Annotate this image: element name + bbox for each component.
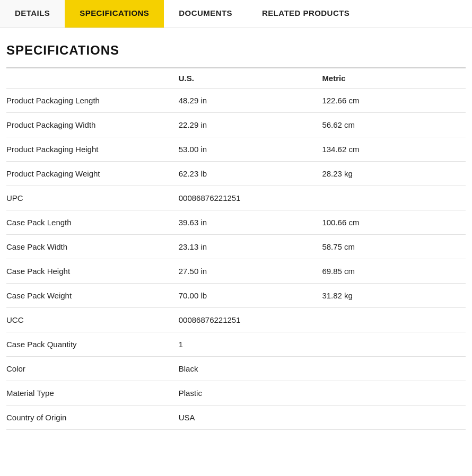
spec-us-value: 48.29 in [179, 89, 322, 113]
spec-label: Product Packaging Height [6, 137, 179, 162]
spec-us-value: 23.13 in [179, 235, 322, 259]
spec-us-value: 22.29 in [179, 113, 322, 137]
spec-us-value: Plastic [179, 381, 322, 406]
spec-label: Country of Origin [6, 406, 179, 430]
spec-metric-value: 31.82 kg [322, 284, 466, 308]
table-row: Product Packaging Width22.29 in56.62 cm [6, 113, 466, 137]
spec-metric-value: 56.62 cm [322, 113, 466, 137]
tab-details[interactable]: DETAILS [0, 0, 65, 28]
table-row: Case Pack Length39.63 in100.66 cm [6, 210, 466, 235]
spec-metric-value [322, 332, 466, 357]
spec-us-value: 00086876221251 [179, 186, 322, 210]
spec-label: Material Type [6, 381, 179, 406]
table-row: UCC00086876221251 [6, 308, 466, 332]
table-row: Case Pack Height27.50 in69.85 cm [6, 259, 466, 284]
tab-documents[interactable]: DOCUMENTS [164, 0, 247, 28]
col-header-us: U.S. [179, 68, 322, 89]
table-row: Country of OriginUSA [6, 406, 466, 430]
spec-metric-value [322, 308, 466, 332]
spec-label: Product Packaging Weight [6, 162, 179, 186]
table-row: Product Packaging Height53.00 in134.62 c… [6, 137, 466, 162]
spec-metric-value: 122.66 cm [322, 89, 466, 113]
spec-us-value: 39.63 in [179, 210, 322, 235]
table-row: Product Packaging Length48.29 in122.66 c… [6, 89, 466, 113]
spec-metric-value: 100.66 cm [322, 210, 466, 235]
spec-us-value: 70.00 lb [179, 284, 322, 308]
spec-metric-value [322, 357, 466, 381]
spec-label: Case Pack Weight [6, 284, 179, 308]
table-row: Case Pack Weight70.00 lb31.82 kg [6, 284, 466, 308]
table-row: Case Pack Quantity1 [6, 332, 466, 357]
spec-label: Case Pack Height [6, 259, 179, 284]
tab-specifications[interactable]: SPECIFICATIONS [65, 0, 164, 28]
tab-related-products[interactable]: RELATED PRODUCTS [247, 0, 364, 28]
table-row: Case Pack Width23.13 in58.75 cm [6, 235, 466, 259]
spec-label: Product Packaging Length [6, 89, 179, 113]
spec-metric-value: 28.23 kg [322, 162, 466, 186]
spec-metric-value [322, 406, 466, 430]
spec-label: Case Pack Quantity [6, 332, 179, 357]
spec-us-value: 53.00 in [179, 137, 322, 162]
table-row: UPC00086876221251 [6, 186, 466, 210]
page-content: SPECIFICATIONS U.S. Metric Product Packa… [0, 28, 472, 440]
spec-metric-value: 69.85 cm [322, 259, 466, 284]
col-header-metric: Metric [322, 68, 466, 89]
spec-label: UCC [6, 308, 179, 332]
col-header-label [6, 68, 179, 89]
spec-metric-value [322, 381, 466, 406]
spec-label: Product Packaging Width [6, 113, 179, 137]
table-row: ColorBlack [6, 357, 466, 381]
spec-label: Color [6, 357, 179, 381]
spec-us-value: 27.50 in [179, 259, 322, 284]
spec-label: Case Pack Length [6, 210, 179, 235]
tab-navigation: DETAILSSPECIFICATIONSDOCUMENTSRELATED PR… [0, 0, 472, 28]
table-row: Product Packaging Weight62.23 lb28.23 kg [6, 162, 466, 186]
spec-label: UPC [6, 186, 179, 210]
spec-metric-value [322, 186, 466, 210]
spec-us-value: 62.23 lb [179, 162, 322, 186]
specifications-table: U.S. Metric Product Packaging Length48.2… [6, 67, 466, 430]
spec-metric-value: 58.75 cm [322, 235, 466, 259]
spec-label: Case Pack Width [6, 235, 179, 259]
spec-metric-value: 134.62 cm [322, 137, 466, 162]
spec-us-value: Black [179, 357, 322, 381]
spec-us-value: 00086876221251 [179, 308, 322, 332]
table-row: Material TypePlastic [6, 381, 466, 406]
section-title: SPECIFICATIONS [6, 43, 466, 58]
spec-us-value: 1 [179, 332, 322, 357]
spec-us-value: USA [179, 406, 322, 430]
